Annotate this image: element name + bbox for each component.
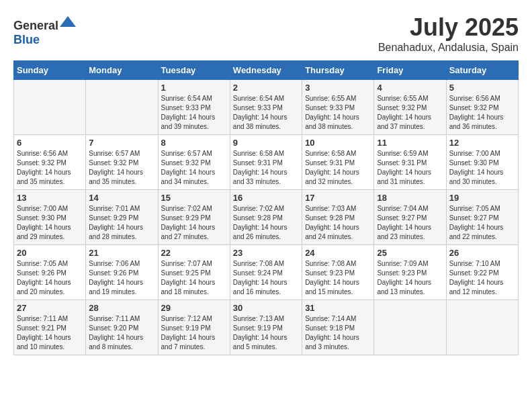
logo-blue-text: Blue xyxy=(13,33,40,46)
day-info: Sunrise: 7:04 AMSunset: 9:27 PMDaylight:… xyxy=(377,204,443,242)
title-block: July 2025 Benahadux, Andalusia, Spain xyxy=(378,13,519,54)
calendar-cell: 22Sunrise: 7:07 AMSunset: 9:25 PMDayligh… xyxy=(158,245,230,300)
calendar-cell: 18Sunrise: 7:04 AMSunset: 9:27 PMDayligh… xyxy=(374,190,446,245)
calendar-cell: 3Sunrise: 6:55 AMSunset: 9:33 PMDaylight… xyxy=(302,80,374,135)
day-info: Sunrise: 7:14 AMSunset: 9:18 PMDaylight:… xyxy=(305,314,371,352)
day-number: 11 xyxy=(377,138,443,148)
day-info: Sunrise: 6:59 AMSunset: 9:31 PMDaylight:… xyxy=(377,149,443,187)
day-info: Sunrise: 7:11 AMSunset: 9:20 PMDaylight:… xyxy=(89,314,154,352)
calendar-header-sunday: Sunday xyxy=(14,61,86,80)
calendar-cell: 1Sunrise: 6:54 AMSunset: 9:33 PMDaylight… xyxy=(158,80,230,135)
calendar-week-row: 27Sunrise: 7:11 AMSunset: 9:21 PMDayligh… xyxy=(14,300,519,355)
day-number: 3 xyxy=(305,83,371,93)
day-info: Sunrise: 6:57 AMSunset: 9:32 PMDaylight:… xyxy=(89,149,154,187)
calendar-cell: 28Sunrise: 7:11 AMSunset: 9:20 PMDayligh… xyxy=(86,300,158,355)
day-number: 15 xyxy=(161,193,227,203)
calendar-header-thursday: Thursday xyxy=(302,61,374,80)
day-number: 23 xyxy=(233,248,299,258)
calendar-week-row: 1Sunrise: 6:54 AMSunset: 9:33 PMDaylight… xyxy=(14,80,519,135)
calendar-cell: 27Sunrise: 7:11 AMSunset: 9:21 PMDayligh… xyxy=(14,300,86,355)
day-info: Sunrise: 7:12 AMSunset: 9:19 PMDaylight:… xyxy=(161,314,227,352)
day-info: Sunrise: 7:01 AMSunset: 9:29 PMDaylight:… xyxy=(89,204,154,242)
day-number: 5 xyxy=(449,83,515,93)
day-info: Sunrise: 7:05 AMSunset: 9:27 PMDaylight:… xyxy=(449,204,515,242)
calendar-cell: 10Sunrise: 6:58 AMSunset: 9:31 PMDayligh… xyxy=(302,135,374,190)
day-number: 13 xyxy=(17,193,83,203)
day-info: Sunrise: 6:56 AMSunset: 9:32 PMDaylight:… xyxy=(17,149,83,187)
calendar-header-friday: Friday xyxy=(374,61,446,80)
day-number: 26 xyxy=(449,248,515,258)
day-info: Sunrise: 6:55 AMSunset: 9:32 PMDaylight:… xyxy=(377,94,443,132)
calendar-cell: 13Sunrise: 7:00 AMSunset: 9:30 PMDayligh… xyxy=(14,190,86,245)
calendar-header-saturday: Saturday xyxy=(446,61,518,80)
calendar-header-tuesday: Tuesday xyxy=(158,61,230,80)
calendar-week-row: 13Sunrise: 7:00 AMSunset: 9:30 PMDayligh… xyxy=(14,190,519,245)
day-info: Sunrise: 6:57 AMSunset: 9:32 PMDaylight:… xyxy=(161,149,227,187)
calendar-header-wednesday: Wednesday xyxy=(230,61,302,80)
calendar-cell: 17Sunrise: 7:03 AMSunset: 9:28 PMDayligh… xyxy=(302,190,374,245)
calendar-cell: 24Sunrise: 7:08 AMSunset: 9:23 PMDayligh… xyxy=(302,245,374,300)
calendar-cell: 12Sunrise: 7:00 AMSunset: 9:30 PMDayligh… xyxy=(446,135,518,190)
day-number: 9 xyxy=(233,138,299,148)
calendar-header-row: SundayMondayTuesdayWednesdayThursdayFrid… xyxy=(14,61,519,80)
day-info: Sunrise: 7:00 AMSunset: 9:30 PMDaylight:… xyxy=(17,204,83,242)
day-number: 1 xyxy=(161,83,227,93)
calendar-cell xyxy=(446,300,518,355)
day-number: 16 xyxy=(233,193,299,203)
calendar-week-row: 6Sunrise: 6:56 AMSunset: 9:32 PMDaylight… xyxy=(14,135,519,190)
calendar-cell: 30Sunrise: 7:13 AMSunset: 9:19 PMDayligh… xyxy=(230,300,302,355)
day-info: Sunrise: 7:13 AMSunset: 9:19 PMDaylight:… xyxy=(233,314,299,352)
day-number: 17 xyxy=(305,193,371,203)
day-info: Sunrise: 7:03 AMSunset: 9:28 PMDaylight:… xyxy=(305,204,371,242)
calendar-cell: 29Sunrise: 7:12 AMSunset: 9:19 PMDayligh… xyxy=(158,300,230,355)
day-info: Sunrise: 6:56 AMSunset: 9:32 PMDaylight:… xyxy=(449,94,515,132)
calendar-week-row: 20Sunrise: 7:05 AMSunset: 9:26 PMDayligh… xyxy=(14,245,519,300)
calendar-cell: 2Sunrise: 6:54 AMSunset: 9:33 PMDaylight… xyxy=(230,80,302,135)
day-number: 12 xyxy=(449,138,515,148)
day-info: Sunrise: 7:08 AMSunset: 9:24 PMDaylight:… xyxy=(233,259,299,297)
day-number: 8 xyxy=(161,138,227,148)
day-info: Sunrise: 7:07 AMSunset: 9:25 PMDaylight:… xyxy=(161,259,227,297)
calendar-cell: 5Sunrise: 6:56 AMSunset: 9:32 PMDaylight… xyxy=(446,80,518,135)
day-number: 19 xyxy=(449,193,515,203)
calendar-cell xyxy=(374,300,446,355)
day-info: Sunrise: 7:11 AMSunset: 9:21 PMDaylight:… xyxy=(17,314,83,352)
day-number: 7 xyxy=(89,138,154,148)
day-number: 31 xyxy=(305,303,371,313)
day-number: 29 xyxy=(161,303,227,313)
calendar-cell: 25Sunrise: 7:09 AMSunset: 9:23 PMDayligh… xyxy=(374,245,446,300)
day-number: 6 xyxy=(17,138,83,148)
logo-icon xyxy=(60,13,76,30)
calendar-cell: 31Sunrise: 7:14 AMSunset: 9:18 PMDayligh… xyxy=(302,300,374,355)
day-info: Sunrise: 6:54 AMSunset: 9:33 PMDaylight:… xyxy=(161,94,227,132)
day-info: Sunrise: 6:55 AMSunset: 9:33 PMDaylight:… xyxy=(305,94,371,132)
location-title: Benahadux, Andalusia, Spain xyxy=(378,42,519,54)
day-number: 30 xyxy=(233,303,299,313)
logo: General Blue xyxy=(13,13,76,47)
day-info: Sunrise: 7:06 AMSunset: 9:26 PMDaylight:… xyxy=(89,259,154,297)
day-number: 21 xyxy=(89,248,154,258)
day-number: 14 xyxy=(89,193,154,203)
calendar-header-monday: Monday xyxy=(86,61,158,80)
day-number: 28 xyxy=(89,303,154,313)
day-number: 18 xyxy=(377,193,443,203)
calendar-cell xyxy=(86,80,158,135)
calendar-cell: 4Sunrise: 6:55 AMSunset: 9:32 PMDaylight… xyxy=(374,80,446,135)
day-info: Sunrise: 7:09 AMSunset: 9:23 PMDaylight:… xyxy=(377,259,443,297)
day-number: 10 xyxy=(305,138,371,148)
day-info: Sunrise: 7:02 AMSunset: 9:28 PMDaylight:… xyxy=(233,204,299,242)
calendar-cell: 21Sunrise: 7:06 AMSunset: 9:26 PMDayligh… xyxy=(86,245,158,300)
calendar-cell xyxy=(14,80,86,135)
calendar-cell: 19Sunrise: 7:05 AMSunset: 9:27 PMDayligh… xyxy=(446,190,518,245)
month-title: July 2025 xyxy=(378,13,519,42)
calendar-cell: 7Sunrise: 6:57 AMSunset: 9:32 PMDaylight… xyxy=(86,135,158,190)
calendar-cell: 8Sunrise: 6:57 AMSunset: 9:32 PMDaylight… xyxy=(158,135,230,190)
calendar-cell: 11Sunrise: 6:59 AMSunset: 9:31 PMDayligh… xyxy=(374,135,446,190)
day-info: Sunrise: 6:54 AMSunset: 9:33 PMDaylight:… xyxy=(233,94,299,132)
day-info: Sunrise: 6:58 AMSunset: 9:31 PMDaylight:… xyxy=(233,149,299,187)
day-info: Sunrise: 7:02 AMSunset: 9:29 PMDaylight:… xyxy=(161,204,227,242)
calendar-cell: 6Sunrise: 6:56 AMSunset: 9:32 PMDaylight… xyxy=(14,135,86,190)
day-number: 20 xyxy=(17,248,83,258)
logo-general-text: General xyxy=(13,19,58,32)
calendar-cell: 20Sunrise: 7:05 AMSunset: 9:26 PMDayligh… xyxy=(14,245,86,300)
